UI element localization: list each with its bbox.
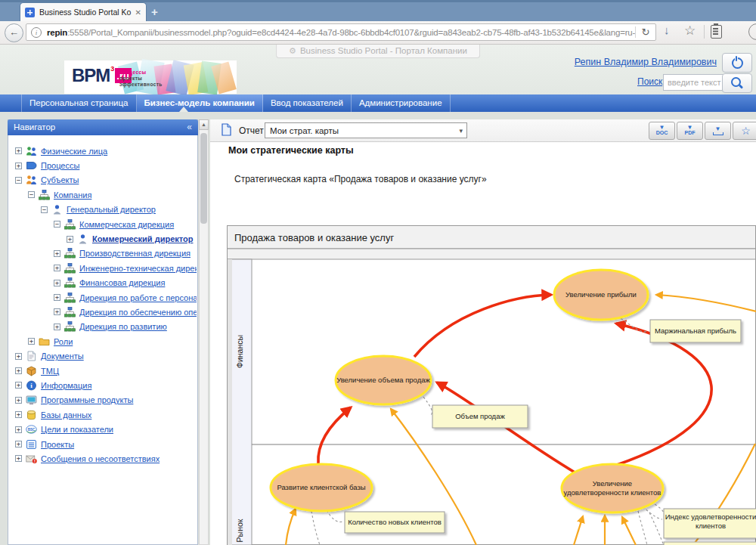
tree-link-18[interactable]: Базы данных [41, 410, 91, 420]
tab-close-icon[interactable]: ✕ [135, 8, 141, 17]
report-select[interactable]: Мои страт. карты ▾ [265, 122, 467, 138]
tree-link-15[interactable]: ТМЦ [41, 367, 59, 376]
nav-tab-personal[interactable]: Персональная страница [21, 94, 137, 112]
scroll-up-button[interactable]: ▲ [199, 119, 209, 130]
tree-link-21[interactable]: Сообщения о несоответствиях [41, 454, 160, 463]
report-label: Отчет [239, 125, 264, 136]
tree-expand-icon[interactable]: + [54, 250, 60, 257]
org-icon [64, 248, 76, 259]
process-icon [26, 160, 37, 171]
tree-link-3[interactable]: Компания [54, 190, 91, 200]
tree-link-6[interactable]: Коммерческий директор [92, 234, 193, 243]
reload-icon[interactable]: ↻ [635, 26, 655, 38]
svg-text:Объем продаж: Объем продаж [455, 412, 505, 420]
tree-link-10[interactable]: Дирекция по работе с персоналом [79, 293, 197, 302]
tree-expand-icon[interactable]: + [15, 367, 22, 374]
tree-link-16[interactable]: Информация [41, 381, 91, 390]
report-icon [221, 123, 232, 136]
tree-link-8[interactable]: Инженерно-техническая дирекция [79, 264, 197, 273]
window-caption: ⚙Business Studio Portal - Портал Компани… [276, 45, 480, 58]
bsc-icon [26, 424, 37, 435]
user-profile-link[interactable]: Репин Владимир Владимирович [575, 57, 717, 67]
tree-expand-icon[interactable]: + [15, 147, 22, 154]
tree-collapse-icon[interactable]: − [54, 221, 60, 228]
diagram-sub-band [228, 249, 756, 259]
tree-item: +Документы [9, 348, 197, 363]
strategy-map-diagram: Продажа товаров и оказание услуг Финансы… [227, 225, 756, 545]
export-buttons: ▼DOC ▼PDF ▼ ☆ [649, 122, 756, 140]
page-title: Мои стратегические карты [228, 145, 354, 156]
tree-link-19[interactable]: Цели и показатели [41, 425, 113, 434]
search-button[interactable] [722, 73, 752, 93]
tree-expand-icon[interactable]: + [15, 455, 22, 462]
org-icon [64, 307, 76, 317]
back-button[interactable]: ← [5, 23, 23, 42]
navigator-title: Навигатор [14, 119, 187, 135]
tree-item: +Физические лица [9, 144, 197, 158]
svg-text:Увеличение: Увеличение [593, 479, 632, 488]
save-report-button[interactable]: ▼ [705, 122, 731, 140]
tree-link-5[interactable]: Коммерческая дирекция [79, 220, 174, 229]
nav-tab-business-model[interactable]: Бизнес-модель компании [137, 94, 263, 112]
tree-expand-icon[interactable]: + [54, 294, 60, 301]
tree-link-14[interactable]: Документы [41, 351, 84, 361]
tree-expand-icon[interactable]: + [15, 353, 22, 360]
tree-link-7[interactable]: Производственная дирекция [79, 249, 191, 258]
tree-link-0[interactable]: Физические лица [41, 147, 107, 156]
tree-item: +Базы данных [9, 407, 197, 422]
bookmarks-menu-icon[interactable] [711, 25, 722, 39]
tree-link-4[interactable]: Генеральный директор [67, 205, 156, 214]
tree-collapse-icon[interactable]: − [28, 191, 35, 198]
search-input[interactable] [663, 74, 727, 91]
tree-expand-icon[interactable]: + [15, 441, 22, 447]
tree-link-17[interactable]: Программные продукты [41, 395, 133, 404]
tree-link-1[interactable]: Процессы [41, 161, 79, 170]
tree-collapse-icon[interactable]: − [15, 177, 22, 184]
collapse-panel-icon[interactable]: « [187, 119, 192, 135]
scrollbar-thumb[interactable] [200, 133, 207, 224]
tree-expand-icon[interactable]: + [15, 411, 22, 418]
logo-tagline: процессы проекты эффективность [119, 70, 163, 88]
gear-icon: ⚙ [289, 46, 296, 55]
tree-link-2[interactable]: Субъекты [41, 175, 79, 184]
svg-text:удовлетворенности клиентов: удовлетворенности клиентов [564, 488, 662, 497]
tree-expand-icon[interactable]: + [15, 163, 22, 169]
nav-tab-admin[interactable]: Администрирование [352, 94, 451, 112]
logout-button[interactable] [722, 53, 752, 73]
favorite-button[interactable]: ☆ [733, 122, 756, 140]
export-pdf-button[interactable]: ▼PDF [677, 122, 703, 140]
search-link[interactable]: Поиск [637, 76, 662, 87]
tmc-icon [26, 366, 37, 376]
tree-link-20[interactable]: Проекты [41, 440, 74, 449]
person-icon [51, 204, 63, 215]
bookmark-star-icon[interactable]: ☆ [684, 23, 696, 39]
url-bar[interactable]: i repin:5558/Portal_Kompanii/businessmod… [26, 23, 656, 41]
tree-link-9[interactable]: Финансовая дирекция [79, 278, 165, 287]
favicon [25, 8, 35, 17]
site-info-icon[interactable]: i [31, 27, 42, 38]
new-tab-button[interactable]: + [151, 5, 158, 18]
tree-expand-icon[interactable]: + [28, 338, 35, 345]
nav-tab-indicators[interactable]: Ввод показателей [263, 94, 352, 112]
tree-expand-icon[interactable]: + [15, 397, 22, 404]
tree-expand-icon[interactable]: + [54, 308, 60, 315]
tree-item: +Информация [9, 378, 197, 392]
tree-expand-icon[interactable]: + [15, 382, 22, 389]
tree-link-13[interactable]: Роли [54, 337, 73, 346]
browser-tab[interactable]: Business Studio Portal Ko... ✕ [20, 2, 147, 21]
tree-item: +Программные продукты [9, 393, 197, 407]
toolbar-divider [704, 25, 705, 39]
tree-item: +Дирекция по обеспечению операц [9, 305, 197, 319]
downloads-icon[interactable]: ↓ [664, 23, 670, 36]
tree-expand-icon[interactable]: + [67, 236, 73, 243]
tree-link-12[interactable]: Дирекция по развитию [79, 322, 167, 331]
tree-expand-icon[interactable]: + [15, 426, 22, 433]
tree-expand-icon[interactable]: + [54, 280, 60, 286]
tree-expand-icon[interactable]: + [54, 324, 60, 330]
tree-item: +Цели и показатели [9, 422, 197, 436]
tree-expand-icon[interactable]: + [54, 265, 60, 271]
tree-item: +ТМЦ [9, 364, 197, 378]
export-doc-button[interactable]: ▼DOC [649, 122, 675, 140]
tree-collapse-icon[interactable]: − [41, 206, 48, 213]
tree-link-11[interactable]: Дирекция по обеспечению операц [79, 308, 197, 317]
